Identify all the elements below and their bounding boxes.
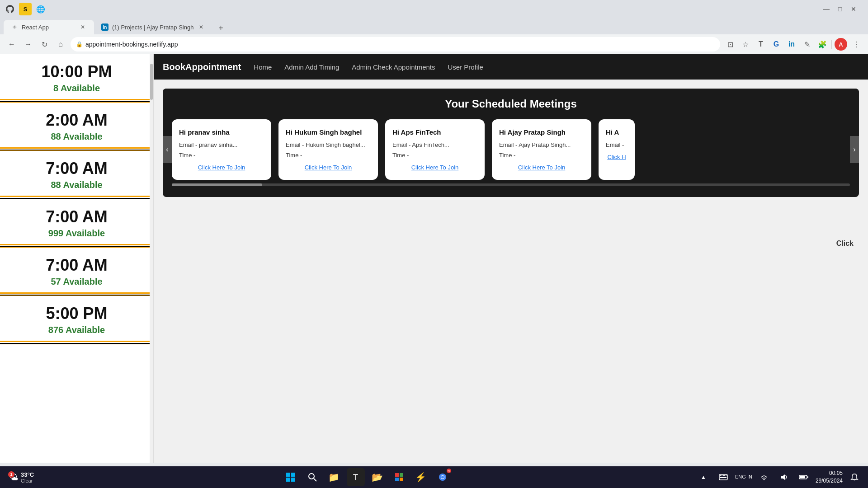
time-slot-3: 7:00 AM 999 Available xyxy=(0,199,153,245)
nav-home[interactable]: Home xyxy=(252,61,274,73)
home-button[interactable]: ⌂ xyxy=(54,38,67,51)
reload-button[interactable]: ↻ xyxy=(38,38,51,51)
time-value-2: 7:00 AM xyxy=(9,159,144,178)
card-link-0[interactable]: Click Here To Join xyxy=(179,164,264,171)
available-3: 999 Available xyxy=(9,228,144,239)
weather-info: 33°C Clear xyxy=(21,471,34,483)
close-button[interactable]: ✕ xyxy=(848,4,859,14)
cast-icon[interactable]: ⊡ xyxy=(724,38,736,51)
typora-button[interactable]: T xyxy=(347,468,365,486)
snippets-button[interactable] xyxy=(390,468,408,486)
available-5: 876 Available xyxy=(9,325,144,335)
card-link-3[interactable]: Click Here To Join xyxy=(499,164,584,171)
address-bar-row: ← → ↻ ⌂ 🔒 appointment-bookings.netlify.a… xyxy=(0,34,868,54)
start-button[interactable] xyxy=(282,468,300,486)
puzzle-icon[interactable]: 🧩 xyxy=(816,38,829,51)
svg-line-5 xyxy=(314,479,316,481)
expand-icon[interactable]: ▲ xyxy=(695,469,712,485)
cards-area: ‹ Hi pranav sinha Email - pranav sinha..… xyxy=(163,119,859,180)
scrollbar-track-horizontal xyxy=(172,183,850,186)
linkedin-favicon: in xyxy=(101,23,108,31)
time-slot-5: 5:00 PM 876 Available xyxy=(0,296,153,342)
translate-icon[interactable]: 🌐 xyxy=(34,3,47,15)
clock[interactable]: 00:05 29/05/2024 xyxy=(816,469,843,485)
svg-rect-6 xyxy=(395,473,399,477)
svg-rect-9 xyxy=(400,478,403,481)
weather-widget: 🌤 1 33°C Clear xyxy=(5,469,38,485)
cards-wrapper[interactable]: Hi pranav sinha Email - pranav sinha... … xyxy=(163,119,859,180)
grammarly-icon[interactable]: S xyxy=(19,3,32,15)
time-value-5: 5:00 PM xyxy=(9,304,144,323)
svg-rect-18 xyxy=(726,475,726,476)
lightning-button[interactable]: ⚡ xyxy=(412,468,430,486)
weather-icon-wrapper: 🌤 1 xyxy=(9,472,18,483)
battery-icon[interactable] xyxy=(796,469,812,485)
card-time-3: Time - xyxy=(499,152,584,159)
meetings-container: Your Scheduled Meetings ‹ Hi pranav sinh… xyxy=(163,89,859,197)
wifi-icon[interactable] xyxy=(756,469,772,485)
profile-avatar[interactable]: A xyxy=(835,38,847,51)
search-button[interactable] xyxy=(303,468,321,486)
card-name-2: Hi Aps FinTech xyxy=(392,128,477,136)
card-link-4[interactable]: Click H xyxy=(606,154,627,160)
svg-point-20 xyxy=(763,479,764,480)
meeting-card-4: Hi A Email - Click H xyxy=(599,119,635,180)
forward-button[interactable]: → xyxy=(22,38,34,51)
time-value-3: 7:00 AM xyxy=(9,207,144,226)
tab-react-app[interactable]: ⚛ React App ✕ xyxy=(4,20,94,34)
pen-icon[interactable]: ✎ xyxy=(801,38,813,51)
svg-rect-16 xyxy=(723,475,724,476)
scrollbar-thumb-horizontal[interactable] xyxy=(172,183,262,186)
browser-chrome: S 🌐 — □ ✕ ⚛ React App ✕ in (1) Projects … xyxy=(0,0,868,54)
menu-icon[interactable]: ⋮ xyxy=(850,38,863,51)
github-icon[interactable] xyxy=(4,3,16,15)
address-input[interactable]: 🔒 appointment-bookings.netlify.app xyxy=(71,37,720,52)
tab-linkedin-close[interactable]: ✕ xyxy=(197,23,205,31)
tab-close-button[interactable]: ✕ xyxy=(79,23,87,31)
svg-rect-14 xyxy=(720,475,721,476)
tab-linkedin-title: (1) Projects | Ajay Pratap Singh xyxy=(112,24,193,31)
back-button[interactable]: ← xyxy=(5,38,18,51)
file-explorer-button[interactable]: 📁 xyxy=(325,468,343,486)
new-tab-button[interactable]: + xyxy=(214,22,227,34)
folder-button[interactable]: 📂 xyxy=(368,468,387,486)
grammarly-toolbar-icon[interactable]: G xyxy=(770,38,783,51)
nav-admin-check[interactable]: Admin Check Appointments xyxy=(350,61,437,73)
notification-icon[interactable] xyxy=(846,469,863,485)
nav-admin-add[interactable]: Admin Add Timing xyxy=(283,61,341,73)
title-bar: S 🌐 — □ ✕ xyxy=(0,0,868,18)
brand-name[interactable]: BookAppointment xyxy=(163,62,241,72)
tab-linkedin[interactable]: in (1) Projects | Ajay Pratap Singh ✕ xyxy=(94,20,212,34)
card-link-1[interactable]: Click Here To Join xyxy=(286,164,371,171)
bookmark-icon[interactable]: ☆ xyxy=(739,38,752,51)
t-icon[interactable]: T xyxy=(755,38,767,51)
scrollbar-track[interactable] xyxy=(150,54,153,463)
extension-icon[interactable]: in xyxy=(785,38,798,51)
app-navbar: BookAppointment Home Admin Add Timing Ad… xyxy=(154,54,868,80)
maximize-button[interactable]: □ xyxy=(835,4,845,14)
toolbar-divider xyxy=(831,40,832,49)
scroll-right-button[interactable]: › xyxy=(850,136,859,163)
meeting-card-2: Hi Aps FinTech Email - Aps FinTech... Ti… xyxy=(385,119,485,180)
keyboard-icon[interactable] xyxy=(715,469,731,485)
svg-point-12 xyxy=(441,476,444,479)
taskbar-center: 📁 T 📂 ⚡ xyxy=(38,468,695,486)
card-name-0: Hi pranav sinha xyxy=(179,128,264,136)
available-0: 8 Available xyxy=(9,83,144,94)
volume-icon[interactable] xyxy=(776,469,792,485)
svg-rect-24 xyxy=(800,476,805,479)
cards-scrollbar[interactable] xyxy=(163,180,859,188)
scroll-left-button[interactable]: ‹ xyxy=(163,136,172,163)
card-link-2[interactable]: Click Here To Join xyxy=(392,164,477,171)
available-4: 57 Available xyxy=(9,277,144,287)
language-display[interactable]: ENG IN xyxy=(735,474,752,480)
chrome-button[interactable]: 9 xyxy=(434,468,452,486)
card-email-3: Email - Ajay Pratap Singh... xyxy=(499,141,584,148)
left-sidebar: 10:00 PM 8 Available 2:00 AM 88 Availabl… xyxy=(0,54,154,463)
scrollbar-thumb[interactable] xyxy=(150,64,153,100)
time-value-4: 7:00 AM xyxy=(9,256,144,275)
minimize-button[interactable]: — xyxy=(821,4,832,14)
svg-rect-23 xyxy=(807,476,808,478)
nav-user-profile[interactable]: User Profile xyxy=(446,61,485,73)
meeting-card-3: Hi Ajay Pratap Singh Email - Ajay Pratap… xyxy=(492,119,591,180)
